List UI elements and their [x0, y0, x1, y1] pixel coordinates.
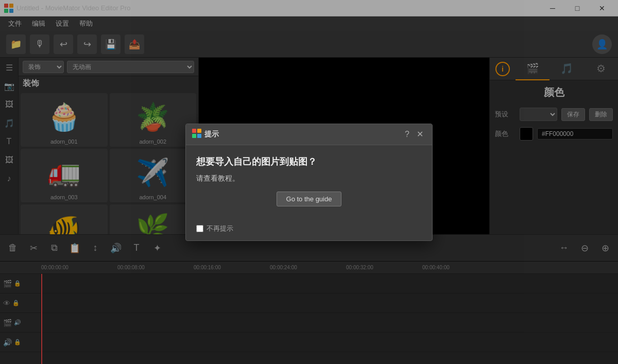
svg-rect-5 [197, 129, 201, 133]
go-to-guide-button[interactable]: Go to the guide [277, 192, 342, 206]
dialog-title: 提示 [204, 130, 405, 139]
svg-rect-7 [197, 134, 201, 138]
dialog-subtext: 请查看教程。 [196, 174, 422, 183]
dialog: 提示 ? ✕ 想要导入自己的图片到贴图？ 请查看教程。 Go to the gu… [185, 124, 433, 241]
dialog-close-button[interactable]: ✕ [414, 128, 426, 141]
dialog-titlebar: 提示 ? ✕ [186, 124, 432, 145]
dialog-question-mark: ? [405, 130, 409, 139]
dialog-body: 想要导入自己的图片到贴图？ 请查看教程。 Go to the guide [186, 145, 432, 220]
dialog-overlay: 提示 ? ✕ 想要导入自己的图片到贴图？ 请查看教程。 Go to the gu… [0, 0, 618, 364]
dialog-logo-icon [192, 129, 201, 140]
no-show-checkbox[interactable] [196, 225, 203, 232]
dialog-heading: 想要导入自己的图片到贴图？ [196, 155, 422, 168]
svg-rect-4 [192, 129, 196, 133]
no-show-label: 不再提示 [207, 224, 233, 233]
dialog-footer: 不再提示 [186, 220, 432, 240]
svg-rect-6 [192, 134, 196, 138]
